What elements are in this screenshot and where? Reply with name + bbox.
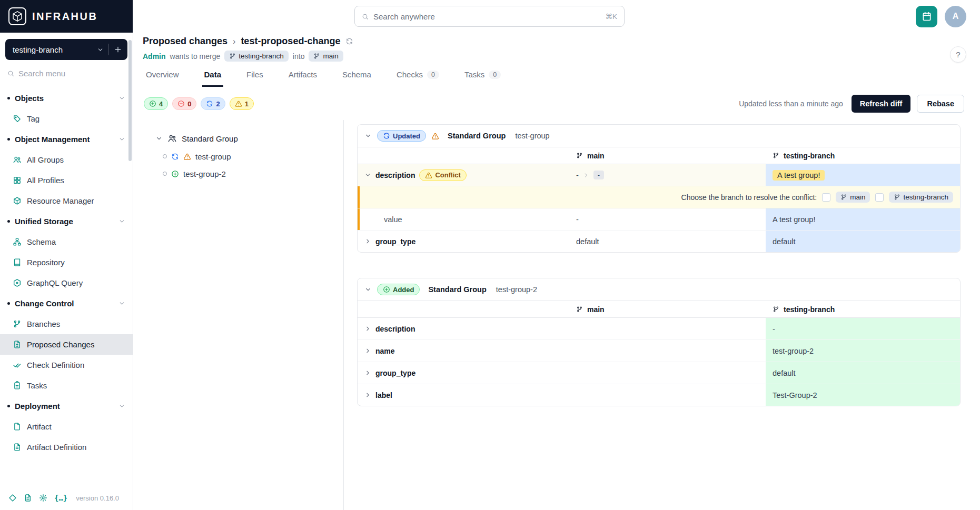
time-travel-button[interactable] — [916, 6, 937, 27]
refresh-diff-button[interactable]: Refresh diff — [852, 95, 911, 113]
tree-item-test-group[interactable]: test-group — [163, 149, 333, 163]
users-icon — [167, 134, 177, 143]
diff-card-header[interactable]: Updated Standard Group test-group — [358, 125, 960, 147]
plus-circle-icon — [383, 286, 390, 293]
branch-icon — [840, 194, 847, 201]
chevron-right-icon[interactable] — [364, 325, 371, 332]
gear-icon[interactable] — [39, 494, 47, 502]
diff-card-header[interactable]: Added Standard Group test-group-2 — [358, 278, 960, 301]
sidebar-item-check-definition[interactable]: Check Definition — [0, 355, 133, 375]
chevron-down-icon — [97, 46, 104, 53]
tab-checks[interactable]: Checks 0 — [394, 70, 441, 87]
main-value-cell — [569, 318, 766, 339]
sidebar-section-objects[interactable]: Objects — [0, 88, 133, 108]
tree-item-label: test-group — [195, 152, 231, 161]
section-label: Deployment — [15, 402, 114, 411]
branch-column-header: testing-branch — [766, 147, 960, 164]
chevron-down-icon — [118, 95, 125, 102]
rebase-button[interactable]: Rebase — [917, 95, 964, 113]
chevron-right-icon[interactable] — [364, 392, 371, 398]
added-icon — [171, 170, 179, 178]
sidebar-item-artifact-definition[interactable]: Artifact Definition — [0, 437, 133, 457]
conflict-main-badge[interactable]: main — [836, 192, 870, 203]
help-button[interactable]: ? — [950, 46, 966, 63]
tree-marker-icon — [163, 172, 167, 176]
sidebar-item-resource-manager[interactable]: Resource Manager — [0, 191, 133, 211]
section-bullet — [7, 138, 10, 141]
breadcrumb: Proposed changes › test-proposed-change — [143, 36, 943, 47]
chevron-down-icon — [118, 300, 125, 307]
code-icon[interactable]: {…} — [54, 494, 67, 502]
tab-data[interactable]: Data — [202, 70, 224, 87]
sidebar-item-repository[interactable]: Repository — [0, 252, 133, 273]
conflict-branch-badge[interactable]: testing-branch — [889, 192, 953, 203]
branch-icon — [773, 152, 779, 159]
chevron-right-icon[interactable] — [364, 347, 371, 354]
chevron-down-icon[interactable] — [364, 286, 372, 293]
sidebar-item-proposed-changes[interactable]: Proposed Changes — [0, 334, 133, 355]
source-branch-badge: testing-branch — [224, 51, 289, 62]
sidebar-item-schema[interactable]: Schema — [0, 232, 133, 252]
minus-circle-icon — [177, 100, 185, 107]
breadcrumb-root[interactable]: Proposed changes — [143, 36, 227, 47]
main-value-cell: - - — [569, 164, 766, 186]
branch-selector[interactable]: testing-branch — [5, 39, 127, 60]
sidebar-section-change-control[interactable]: Change Control — [0, 293, 133, 314]
sidebar-item-tag[interactable]: Tag — [0, 108, 133, 129]
grid-icon — [13, 176, 22, 185]
tree-root-standard-group[interactable]: Standard Group — [155, 134, 333, 143]
tab-tasks[interactable]: Tasks 0 — [462, 70, 503, 87]
tree-children: test-group test-group-2 — [155, 149, 333, 181]
conflict-branch-checkbox[interactable] — [875, 193, 884, 202]
chevron-down-icon[interactable] — [155, 135, 163, 142]
tab-count-badge: 0 — [489, 71, 501, 79]
old-value: - — [576, 171, 579, 179]
tab-files[interactable]: Files — [244, 70, 265, 87]
sidebar-item-all-profiles[interactable]: All Profiles — [0, 170, 133, 191]
avatar[interactable]: A — [945, 6, 966, 27]
sidebar-item-tasks[interactable]: Tasks — [0, 375, 133, 396]
property-cell: group_type — [358, 362, 569, 384]
sidebar-item-graphql-query[interactable]: GraphQL Query — [0, 273, 133, 293]
sidebar-section-object-management[interactable]: Object Management — [0, 129, 133, 149]
chevron-right-icon[interactable] — [364, 238, 371, 245]
sidebar-item-branches[interactable]: Branches — [0, 314, 133, 334]
branch-icon — [313, 53, 320, 59]
diamond-icon[interactable] — [8, 494, 17, 502]
global-search-input[interactable] — [373, 12, 600, 21]
sidebar-section-deployment[interactable]: Deployment — [0, 396, 133, 416]
add-branch-icon[interactable] — [114, 45, 122, 54]
diff-card-updated: Updated Standard Group test-group main — [357, 124, 961, 253]
logo[interactable]: INFRAHUB — [0, 0, 133, 33]
status-badge-added: Added — [377, 284, 420, 295]
tab-artifacts[interactable]: Artifacts — [286, 70, 319, 87]
help-label: ? — [956, 50, 960, 59]
tab-label: Overview — [146, 70, 179, 79]
chevron-right-icon[interactable] — [364, 369, 371, 376]
status-label: Updated — [393, 132, 420, 140]
schema-icon — [13, 237, 22, 246]
page-header: Proposed changes › test-proposed-change … — [133, 33, 980, 62]
tab-overview[interactable]: Overview — [144, 70, 181, 87]
docs-icon[interactable] — [24, 494, 32, 502]
sidebar-scrollbar[interactable] — [128, 40, 132, 161]
chevron-down-icon — [118, 218, 125, 225]
conflict-count-badge: 1 — [230, 97, 254, 110]
sidebar-item-all-groups[interactable]: All Groups — [0, 149, 133, 170]
toolbar-right: Updated less than a minute ago Refresh d… — [739, 95, 964, 113]
refresh-icon[interactable] — [345, 37, 353, 45]
tab-schema[interactable]: Schema — [340, 70, 373, 87]
object-name: test-group — [515, 132, 549, 140]
section-bullet — [7, 405, 10, 407]
chevron-down-icon[interactable] — [364, 132, 372, 139]
tree-item-test-group-2[interactable]: test-group-2 — [163, 167, 333, 181]
sidebar-section-unified-storage[interactable]: Unified Storage — [0, 211, 133, 232]
chevron-down-icon[interactable] — [364, 172, 371, 178]
main-value: - — [576, 215, 579, 224]
sidebar-item-artifact[interactable]: Artifact — [0, 416, 133, 437]
conflict-main-checkbox[interactable] — [822, 193, 830, 202]
menu-search-input[interactable] — [18, 69, 125, 78]
sidebar-item-label: All Profiles — [27, 176, 64, 185]
object-kind: Standard Group — [428, 285, 486, 294]
conflict-count: 1 — [245, 100, 249, 108]
